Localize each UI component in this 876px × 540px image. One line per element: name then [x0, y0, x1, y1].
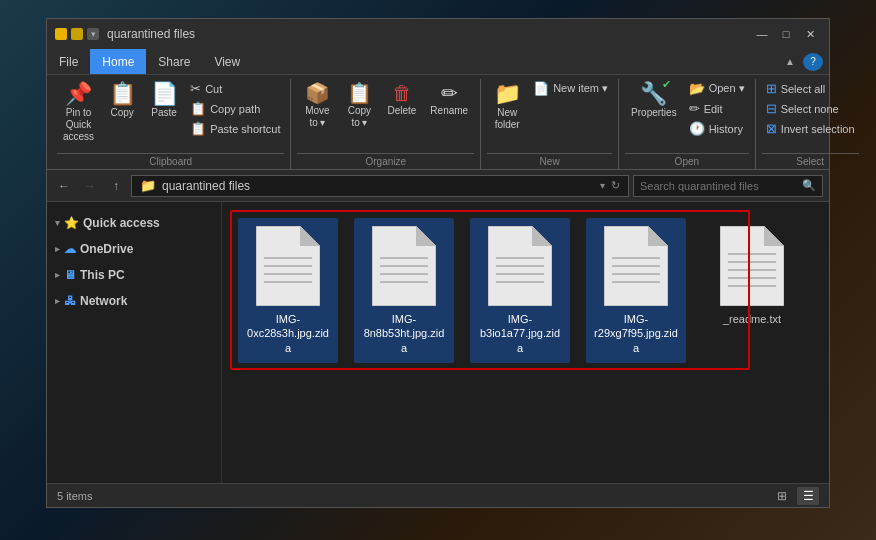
copy-path-icon: 📋 [190, 101, 206, 116]
select-stacked: ⊞ Select all ⊟ Select none ⊠ Invert sele… [762, 79, 859, 138]
paste-button[interactable]: 📄 Paste [144, 79, 184, 123]
search-box[interactable]: 🔍 [633, 175, 823, 197]
onedrive-chevron: ▸ [55, 244, 60, 254]
delete-button[interactable]: 🗑 Delete [381, 79, 422, 121]
maximize-button[interactable]: □ [775, 24, 797, 44]
open-label: Open ▾ [709, 82, 745, 95]
new-stacked: 📄 New item ▾ [529, 79, 612, 98]
list-view-button[interactable]: ☰ [797, 487, 819, 505]
select-none-icon: ⊟ [766, 101, 777, 116]
open-label: Open [625, 153, 749, 169]
pin-to-quickaccess-button[interactable]: 📌 Pin to Quickaccess [57, 79, 100, 147]
svg-marker-7 [416, 226, 436, 246]
file-name-3: IMG-b3io1a77.jpg.zida [478, 312, 562, 355]
pin-button-label: Pin to Quickaccess [63, 107, 94, 143]
menu-file[interactable]: File [47, 49, 90, 74]
status-bar: 5 items ⊞ ☰ [47, 483, 829, 507]
copy-icon: 📋 [109, 83, 136, 105]
quick-access-icon: ⭐ [64, 216, 79, 230]
collapse-ribbon-button[interactable]: ▲ [780, 53, 800, 71]
file-item-3[interactable]: IMG-b3io1a77.jpg.zida [470, 218, 570, 363]
history-label: History [709, 123, 743, 135]
open-button[interactable]: 📂 Open ▾ [685, 79, 749, 98]
this-pc-chevron: ▸ [55, 270, 60, 280]
forward-button[interactable]: → [79, 175, 101, 197]
pin-icon: 📌 [65, 83, 92, 105]
invert-selection-icon: ⊠ [766, 121, 777, 136]
ribbon-group-organize: 📦 Moveto ▾ 📋 Copyto ▾ 🗑 Delete ✏ Rename [291, 79, 481, 169]
cut-button[interactable]: ✂ Cut [186, 79, 284, 98]
file-item-5[interactable]: _readme.txt [702, 218, 802, 363]
select-none-label: Select none [781, 103, 839, 115]
file-icon-4 [604, 226, 668, 306]
copy-to-button[interactable]: 📋 Copyto ▾ [339, 79, 379, 133]
quick-access-label: Quick access [83, 216, 160, 230]
rename-label: Rename [430, 105, 468, 117]
file-icon-1 [256, 226, 320, 306]
sidebar-this-pc[interactable]: ▸ 🖥 This PC [47, 262, 221, 288]
path-folder-icon: 📁 [140, 178, 156, 193]
menu-share[interactable]: Share [146, 49, 202, 74]
invert-selection-label: Invert selection [781, 123, 855, 135]
properties-label: Properties [631, 107, 677, 119]
minimize-button[interactable]: — [751, 24, 773, 44]
rename-button[interactable]: ✏ Rename [424, 79, 474, 121]
menu-view[interactable]: View [202, 49, 252, 74]
history-button[interactable]: 🕐 History [685, 119, 749, 138]
window-title: quarantined files [107, 27, 751, 41]
path-dropdown-icon[interactable]: ▾ [600, 180, 605, 191]
copy-to-label: Copyto ▾ [348, 105, 371, 129]
up-button[interactable]: ↑ [105, 175, 127, 197]
ribbon-group-select: ⊞ Select all ⊟ Select none ⊠ Invert sele… [756, 79, 865, 169]
svg-marker-25 [764, 226, 784, 246]
properties-button[interactable]: 🔧✔ Properties [625, 79, 683, 123]
new-item-button[interactable]: 📄 New item ▾ [529, 79, 612, 98]
copy-button-label: Copy [110, 107, 133, 119]
sidebar-quick-access[interactable]: ▾ ⭐ Quick access [47, 210, 221, 236]
new-folder-button[interactable]: 📁 Newfolder [487, 79, 527, 135]
file-name-5: _readme.txt [723, 312, 781, 326]
paste-shortcut-button[interactable]: 📋 Paste shortcut [186, 119, 284, 138]
title-bar-icons: ▾ [55, 28, 99, 40]
close-button[interactable]: ✕ [799, 24, 821, 44]
main-area: ▾ ⭐ Quick access ▸ ☁ OneDrive ▸ 🖥 This P… [47, 202, 829, 483]
edit-label: Edit [704, 103, 723, 115]
paste-button-label: Paste [151, 107, 177, 119]
network-chevron: ▸ [55, 296, 60, 306]
file-name-2: IMG-8n8b53ht.jpg.zida [362, 312, 446, 355]
paste-icon: 📄 [151, 83, 178, 105]
help-button[interactable]: ? [803, 53, 823, 71]
new-label: New [487, 153, 612, 169]
address-path-bar[interactable]: 📁 quarantined files ▾ ↻ [131, 175, 629, 197]
invert-selection-button[interactable]: ⊠ Invert selection [762, 119, 859, 138]
edit-icon: ✏ [689, 101, 700, 116]
properties-icon: 🔧✔ [640, 83, 667, 105]
sidebar-network[interactable]: ▸ 🖧 Network [47, 288, 221, 314]
file-item-1[interactable]: IMG-0xc28s3h.jpg.zida [238, 218, 338, 363]
copy-path-button[interactable]: 📋 Copy path [186, 99, 284, 118]
sidebar: ▾ ⭐ Quick access ▸ ☁ OneDrive ▸ 🖥 This P… [47, 202, 222, 483]
title-controls: — □ ✕ [751, 24, 821, 44]
copy-to-icon: 📋 [347, 83, 372, 103]
back-button[interactable]: ← [53, 175, 75, 197]
file-icon-2 [372, 226, 436, 306]
address-bar: ← → ↑ 📁 quarantined files ▾ ↻ 🔍 [47, 170, 829, 202]
select-none-button[interactable]: ⊟ Select none [762, 99, 859, 118]
onedrive-icon: ☁ [64, 242, 76, 256]
delete-icon: 🗑 [392, 83, 412, 103]
menu-home[interactable]: Home [90, 49, 146, 74]
sidebar-onedrive[interactable]: ▸ ☁ OneDrive [47, 236, 221, 262]
edit-button[interactable]: ✏ Edit [685, 99, 749, 118]
select-all-button[interactable]: ⊞ Select all [762, 79, 859, 98]
organize-buttons: 📦 Moveto ▾ 📋 Copyto ▾ 🗑 Delete ✏ Rename [297, 79, 474, 151]
search-input[interactable] [640, 180, 798, 192]
open-buttons: 🔧✔ Properties 📂 Open ▾ ✏ Edit [625, 79, 749, 151]
this-pc-label: This PC [80, 268, 125, 282]
move-to-button[interactable]: 📦 Moveto ▾ [297, 79, 337, 133]
copy-button[interactable]: 📋 Copy [102, 79, 142, 123]
rename-icon: ✏ [441, 83, 458, 103]
path-refresh-icon[interactable]: ↻ [611, 179, 620, 192]
file-item-4[interactable]: IMG-r29xg7f95.jpg.zida [586, 218, 686, 363]
file-item-2[interactable]: IMG-8n8b53ht.jpg.zida [354, 218, 454, 363]
grid-view-button[interactable]: ⊞ [771, 487, 793, 505]
